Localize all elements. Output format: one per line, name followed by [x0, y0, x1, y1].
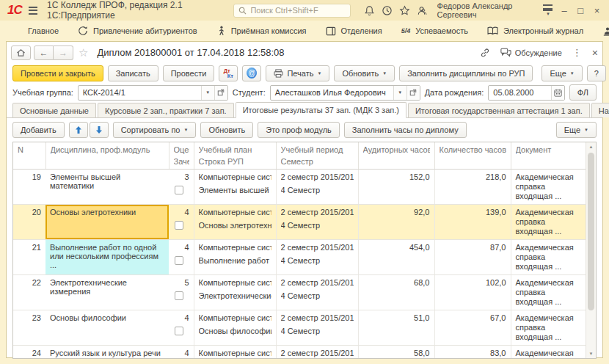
- cell-row-number[interactable]: 20: [13, 205, 45, 240]
- user-account-icon[interactable]: [417, 4, 428, 17]
- cell-document[interactable]: Академическая справка входящая ...: [511, 170, 587, 205]
- study-group-field[interactable]: КСК-2014/1 ▼: [78, 85, 228, 101]
- move-row-down-button[interactable]: [90, 122, 109, 138]
- cell-grade[interactable]: 3: [169, 170, 194, 205]
- cell-study-period[interactable]: 2 семестр 2015/2016 ...4 Семестр: [276, 310, 358, 346]
- scroll-down-icon[interactable]: ▼: [586, 352, 596, 356]
- credit-checkbox[interactable]: [175, 291, 183, 300]
- credit-checkbox[interactable]: [175, 256, 183, 265]
- cell-document[interactable]: Академическая справка входящая ...: [511, 346, 587, 360]
- menu-item-attendance[interactable]: Посещаемость: [602, 26, 609, 36]
- cell-grade[interactable]: 5: [169, 275, 194, 310]
- cell-grade[interactable]: 4: [169, 240, 194, 275]
- cell-row-number[interactable]: 24: [13, 346, 45, 360]
- get-link-icon[interactable]: [480, 48, 490, 58]
- tab-coursework-practice[interactable]: Курсовые 2 зап., практики 7 зап.: [98, 103, 234, 117]
- help-button[interactable]: ?: [587, 65, 606, 81]
- student-field[interactable]: Алесташков Илья Федорович ▼: [270, 85, 420, 101]
- cell-hours[interactable]: 139,0: [434, 205, 511, 240]
- menu-item-electronic-journal[interactable]: Электронный журнал: [487, 26, 583, 35]
- cell-row-number[interactable]: 23: [13, 310, 45, 346]
- cell-study-period[interactable]: 2 семестр 2015/2016 ...4 Семестр: [276, 346, 358, 360]
- credit-checkbox[interactable]: [175, 327, 183, 335]
- cell-auditorium-hours[interactable]: 92,0: [358, 205, 434, 240]
- cell-study-plan[interactable]: Компьютерные систе...Основы философии: [194, 310, 276, 346]
- header-auditorium-hours[interactable]: Аудиторных часов: [358, 142, 434, 170]
- sort-by-button[interactable]: Сортировать по▼: [113, 122, 197, 138]
- history-clock-icon[interactable]: [382, 4, 393, 17]
- tab-print-settings[interactable]: Настройки печати: [591, 103, 609, 117]
- header-document[interactable]: Документ: [511, 142, 587, 170]
- open-item-button[interactable]: [406, 86, 420, 100]
- dt-kt-postings-button[interactable]: ДтКт: [219, 65, 238, 81]
- cell-study-plan[interactable]: Компьютерные систе...Элементы высшей ма.…: [194, 170, 276, 205]
- header-plan[interactable]: Учебный планСтрока РУП: [194, 142, 276, 170]
- add-row-button[interactable]: Добавить: [12, 122, 65, 138]
- window-maximize-button[interactable]: □: [576, 6, 586, 15]
- credit-checkbox[interactable]: [175, 221, 183, 230]
- prof-module-button[interactable]: Это проф модуль: [258, 122, 340, 138]
- home-button[interactable]: [11, 46, 31, 60]
- cell-auditorium-hours[interactable]: 51,0: [358, 310, 434, 346]
- fill-hours-button[interactable]: Заполнить часы по диплому: [344, 122, 467, 138]
- email-at-button[interactable]: @: [242, 65, 261, 81]
- cell-study-plan[interactable]: Компьютерные систе...Электротехнические …: [194, 275, 276, 310]
- add-favorite-star-icon[interactable]: ☆: [79, 46, 88, 59]
- document-close-icon[interactable]: ×: [592, 47, 598, 59]
- cell-row-number[interactable]: 21: [13, 240, 45, 275]
- cell-discipline[interactable]: Электротехнические измерения: [45, 275, 169, 310]
- cell-hours[interactable]: 87,0: [434, 240, 511, 275]
- window-close-button[interactable]: ×: [592, 6, 602, 15]
- cell-discipline[interactable]: Основы философии: [45, 310, 169, 346]
- cell-study-period[interactable]: 2 семестр 2015/2016 ...4 Семестр: [276, 170, 358, 205]
- menu-item-attract-applicants[interactable]: Привлечение абитуриентов: [78, 26, 197, 36]
- header-n[interactable]: N: [13, 142, 45, 170]
- menu-item-departments[interactable]: Отделения: [326, 26, 382, 36]
- individual-fl-button[interactable]: ФЛ: [569, 84, 597, 101]
- cell-hours[interactable]: 218,0: [434, 170, 511, 205]
- table-row[interactable]: 20Основы элетротехники4Компьютерные сист…: [13, 205, 587, 240]
- open-item-button[interactable]: [214, 86, 227, 100]
- menu-item-admissions[interactable]: Приёмная комиссия: [216, 26, 307, 36]
- forward-button[interactable]: →: [54, 46, 73, 60]
- tab-main-data[interactable]: Основные данные: [12, 103, 96, 117]
- cell-hours[interactable]: 67,0: [434, 310, 511, 346]
- refresh-button[interactable]: Обновить▼: [334, 65, 395, 81]
- cell-discipline[interactable]: Основы элетротехники: [45, 205, 169, 240]
- back-button[interactable]: ←: [34, 46, 54, 60]
- fill-disciplines-rup-button[interactable]: Заполнить дисциплины по РУП: [399, 65, 533, 81]
- post-and-close-button[interactable]: Провести и закрыть: [12, 65, 103, 81]
- refresh-table-button[interactable]: Обновить: [200, 122, 253, 138]
- cell-grade[interactable]: 4: [169, 205, 194, 240]
- cell-document[interactable]: Академическая справка входящая ...: [511, 310, 587, 346]
- cell-study-period[interactable]: 2 семестр 2015/2016 ...4 Семестр: [276, 275, 358, 310]
- more-actions-icon[interactable]: ⋮: [572, 47, 582, 58]
- notifications-bell-icon[interactable]: [364, 4, 375, 17]
- cell-document[interactable]: Академическая справка входящая ...: [511, 240, 587, 275]
- cell-discipline[interactable]: Выполнение работ по одной или нескольким…: [45, 240, 169, 275]
- birthdate-field[interactable]: 05.08.2000: [488, 85, 564, 101]
- header-period[interactable]: Учебный периодСеместр: [276, 142, 358, 170]
- cell-discipline[interactable]: Элементы высшей математики: [45, 170, 169, 205]
- cell-document[interactable]: Академическая справка входящая ...: [511, 275, 587, 310]
- calendar-picker-button[interactable]: [551, 86, 564, 100]
- cell-document[interactable]: Академическая справка входящая ...: [511, 205, 587, 240]
- cell-grade[interactable]: 4: [169, 310, 194, 346]
- cell-study-period[interactable]: 2 семестр 2015/2016 ...4 Семестр: [276, 240, 358, 275]
- print-button[interactable]: Печать▼: [266, 65, 329, 81]
- cell-row-number[interactable]: 22: [13, 275, 45, 310]
- current-user-name[interactable]: Федоров Александр Сергеевич: [437, 1, 534, 19]
- cell-hours[interactable]: 102,0: [434, 275, 511, 310]
- table-row[interactable]: 22Электротехнические измерения5Компьютер…: [13, 275, 587, 310]
- credit-checkbox[interactable]: [175, 186, 183, 194]
- cell-auditorium-hours[interactable]: 68,0: [358, 275, 434, 310]
- cell-auditorium-hours[interactable]: 454,0: [358, 240, 434, 275]
- table-more-button[interactable]: Еще▼: [556, 122, 597, 138]
- table-row[interactable]: 21Выполнение работ по одной или нескольк…: [13, 240, 587, 275]
- more-button[interactable]: Еще▼: [541, 65, 582, 81]
- cell-hours[interactable]: 83,0: [434, 346, 511, 360]
- post-button[interactable]: Провести: [163, 65, 215, 81]
- table-row[interactable]: 24Русский язык и культура речи4Компьютер…: [13, 346, 587, 360]
- header-discipline[interactable]: Дисциплина, проф.модуль: [45, 142, 169, 170]
- cell-study-plan[interactable]: Компьютерные систе...Основы элетротехник…: [194, 205, 276, 240]
